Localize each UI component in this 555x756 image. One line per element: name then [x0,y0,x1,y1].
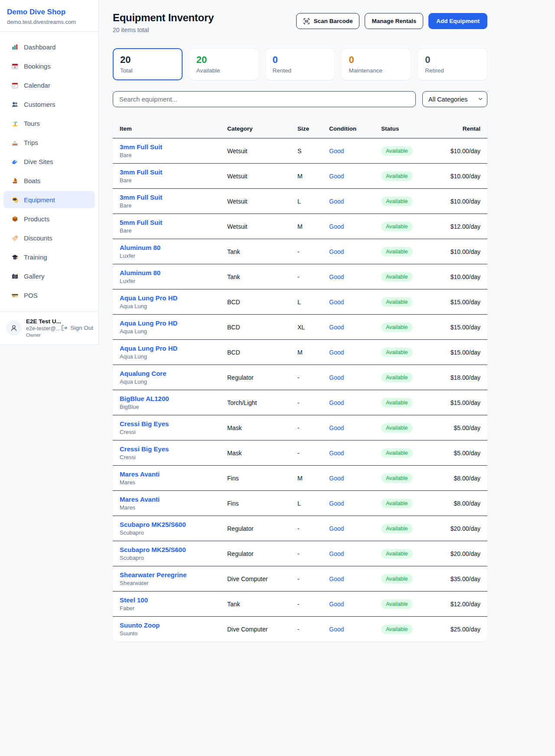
package-icon [11,215,19,223]
item-name-link[interactable]: Aluminum 80 [120,269,213,276]
stat-card-available[interactable]: 20Available [189,48,259,80]
item-size: L [291,189,322,214]
scan-barcode-button[interactable]: Scan Barcode [296,13,359,29]
item-name-link[interactable]: BigBlue AL1200 [120,395,213,402]
rental-rate: $25.00/day [435,617,487,642]
condition-link[interactable]: Good [329,399,344,406]
sidebar-item-label: Dive Sites [24,158,53,165]
item-category: Regulator [220,365,291,390]
item-category: BCD [220,340,291,365]
item-category: Mask [220,415,291,440]
item-brand: Bare [120,202,213,209]
condition-link[interactable]: Good [329,601,344,608]
sidebar-item-discounts[interactable]: Discounts [3,229,95,247]
sidebar-item-trips[interactable]: Trips [3,134,95,151]
stat-card-retired[interactable]: 0Retired [418,48,487,80]
table-row: Scubapro MK25/S600ScubaproRegulator-Good… [113,541,487,566]
condition-link[interactable]: Good [329,273,344,280]
sidebar-item-equipment[interactable]: Equipment [3,191,95,208]
condition-link[interactable]: Good [329,349,344,356]
column-header-item: Item [113,119,220,138]
condition-link[interactable]: Good [329,248,344,255]
item-brand: Cressi [120,429,213,435]
item-name-link[interactable]: Aluminum 80 [120,244,213,251]
rental-rate: $10.00/day [435,138,487,164]
item-name-link[interactable]: 5mm Full Suit [120,219,213,226]
status-badge: Available [381,348,413,357]
stat-card-maintenance[interactable]: 0Maintenance [341,48,411,80]
brand-title[interactable]: Demo Dive Shop [7,8,91,16]
sidebar-item-boats[interactable]: Boats [3,172,95,189]
condition-link[interactable]: Good [329,148,344,154]
sidebar-item-products[interactable]: Products [3,210,95,227]
item-name-link[interactable]: Suunto Zoop [120,621,213,629]
sidebar-item-calendar[interactable]: Calendar [3,76,95,94]
column-header-rental: Rental [435,119,487,138]
condition-link[interactable]: Good [329,626,344,633]
stat-card-total[interactable]: 20Total [113,48,183,80]
rental-rate: $20.00/day [435,541,487,566]
sidebar-item-training[interactable]: Training [3,248,95,266]
sidebar-item-gallery[interactable]: Gallery [3,267,95,285]
stat-card-rented[interactable]: 0Rented [265,48,335,80]
item-brand: Faber [120,605,213,611]
condition-link[interactable]: Good [329,500,344,507]
item-name-link[interactable]: Scubapro MK25/S600 [120,521,213,528]
item-size: - [291,440,322,466]
manage-rentals-button[interactable]: Manage Rentals [365,13,423,29]
sidebar-item-bookings[interactable]: 17Bookings [3,57,95,75]
table-row: Aluminum 80LuxferTank-GoodAvailable$10.0… [113,239,487,264]
item-name-link[interactable]: Mares Avanti [120,496,213,503]
item-brand: Bare [120,152,213,158]
condition-link[interactable]: Good [329,475,344,482]
table-body: 3mm Full SuitBareWetsuitSGoodAvailable$1… [113,138,487,642]
sidebar-item-tours[interactable]: Tours [3,115,95,132]
item-category: Tank [220,264,291,289]
item-name-link[interactable]: Aqua Lung Pro HD [120,319,213,327]
sidebar-item-dive-sites[interactable]: Dive Sites [3,153,95,170]
category-select[interactable]: All Categories [422,91,487,107]
item-name-link[interactable]: Scubapro MK25/S600 [120,546,213,553]
sidebar-item-dashboard[interactable]: Dashboard [3,38,95,56]
condition-link[interactable]: Good [329,324,344,331]
item-name-link[interactable]: Mares Avanti [120,470,213,478]
item-name-link[interactable]: Aqua Lung Pro HD [120,294,213,302]
item-name-link[interactable]: Steel 100 [120,596,213,604]
condition-link[interactable]: Good [329,550,344,557]
condition-link[interactable]: Good [329,198,344,205]
condition-link[interactable]: Good [329,299,344,306]
rental-rate: $18.00/day [435,365,487,390]
condition-link[interactable]: Good [329,173,344,180]
condition-link[interactable]: Good [329,450,344,457]
item-name-link[interactable]: 3mm Full Suit [120,143,213,151]
item-brand: Scubapro [120,529,213,536]
item-name-link[interactable]: Shearwater Peregrine [120,571,213,579]
item-name-link[interactable]: Cressi Big Eyes [120,420,213,427]
rental-rate: $35.00/day [435,566,487,592]
item-name-link[interactable]: Aqua Lung Pro HD [120,345,213,352]
condition-link[interactable]: Good [329,223,344,230]
table-row: Aqua Lung Pro HDAqua LungBCDMGoodAvailab… [113,340,487,365]
item-category: Regulator [220,541,291,566]
manage-rentals-label: Manage Rentals [372,18,416,24]
sign-out-button[interactable]: Sign Out [61,325,93,331]
sidebar-item-customers[interactable]: Customers [3,95,95,113]
avatar [6,320,22,336]
condition-link[interactable]: Good [329,575,344,582]
condition-link[interactable]: Good [329,374,344,381]
sidebar-item-label: Discounts [24,234,52,242]
item-name-link[interactable]: Aqualung Core [120,370,213,377]
condition-link[interactable]: Good [329,424,344,431]
add-equipment-button[interactable]: Add Equipment [428,13,487,29]
item-name-link[interactable]: 3mm Full Suit [120,168,213,176]
condition-link[interactable]: Good [329,525,344,532]
table-row: Shearwater PeregrineShearwaterDive Compu… [113,566,487,592]
svg-text:17: 17 [13,66,16,68]
item-name-link[interactable]: 3mm Full Suit [120,194,213,201]
item-size: S [291,138,322,164]
item-size: - [291,541,322,566]
sidebar-item-pos[interactable]: POS [3,286,95,304]
scan-barcode-label: Scan Barcode [313,18,353,24]
item-name-link[interactable]: Cressi Big Eyes [120,445,213,453]
search-input[interactable] [113,91,416,107]
